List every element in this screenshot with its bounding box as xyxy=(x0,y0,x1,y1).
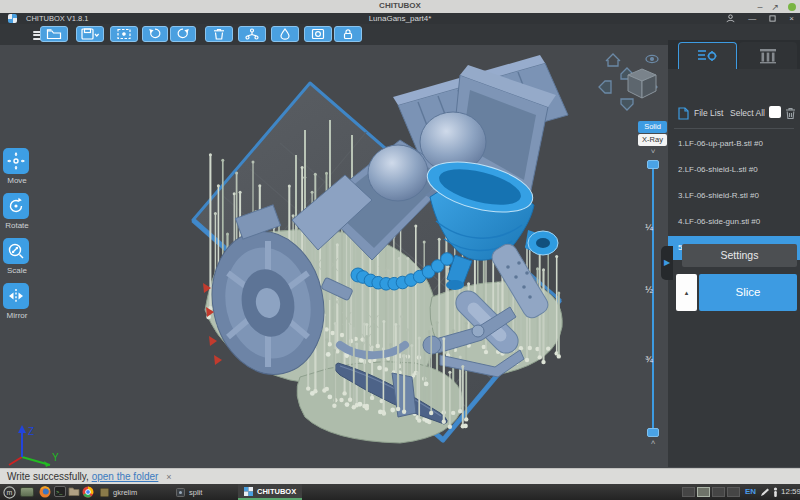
file-row-1[interactable]: 1.LF-06-up-part-B.stl #0 xyxy=(668,132,800,156)
open-folder-icon xyxy=(46,28,62,40)
viewport-canvas[interactable]: Z Y xyxy=(0,45,668,468)
files-icon[interactable] xyxy=(68,486,80,497)
view-navigation-cube[interactable] xyxy=(599,54,658,110)
taskbar-window-chitubox[interactable]: CHITUBOX xyxy=(238,484,302,500)
clone-button[interactable] xyxy=(238,26,266,42)
workspace-1[interactable] xyxy=(682,487,695,497)
tab-support[interactable] xyxy=(739,42,797,69)
mirror-tool-button[interactable] xyxy=(3,283,29,309)
open-file-button[interactable] xyxy=(40,26,68,42)
rotate-down-arrow xyxy=(621,99,633,110)
terminal-icon[interactable]: >_ xyxy=(54,486,66,497)
scale-tool-button[interactable] xyxy=(3,238,29,264)
undo-button[interactable] xyxy=(142,26,168,42)
capture-button[interactable] xyxy=(110,26,138,42)
file-row-4[interactable]: 4.LF-06-side-gun.stl #0 xyxy=(668,210,800,234)
clipping-slider-track[interactable] xyxy=(652,166,654,432)
mint-menu-icon[interactable]: m xyxy=(3,486,16,499)
file-list-header: File List Select All xyxy=(668,104,800,124)
app-close-button[interactable]: × xyxy=(789,14,794,23)
clone-tree-icon xyxy=(244,28,260,40)
document-title: LunaGans_part4* xyxy=(0,14,800,23)
taskbar: m >_ gkrelim split xyxy=(0,484,800,500)
axis-gizmo: Z Y xyxy=(9,425,59,467)
clip-chevron-up[interactable]: ˄ xyxy=(645,438,661,447)
status-bar: Write successfully, open the folder × xyxy=(0,468,800,484)
select-all-checkbox[interactable] xyxy=(769,106,781,118)
select-all-label: Select All xyxy=(730,108,765,118)
solid-view-button[interactable]: Solid xyxy=(638,121,667,133)
panel-collapse-handle[interactable]: ▶ xyxy=(661,246,673,280)
app-restore-button[interactable] xyxy=(769,15,776,22)
split-window-icon xyxy=(176,488,185,497)
panel-tabs xyxy=(668,40,800,69)
chitubox-app-window: CHITUBOX – ↗ CHITUBOX V1.8.1 LunaGans_pa… xyxy=(0,0,800,500)
scale-icon xyxy=(7,242,25,260)
save-button[interactable] xyxy=(76,26,104,42)
slider-three-quarter-label: ¾ xyxy=(640,354,658,364)
tab-print-settings[interactable] xyxy=(678,42,737,69)
support-pillars-icon xyxy=(758,48,778,64)
move-icon xyxy=(7,152,25,170)
rotate-tool-button[interactable] xyxy=(3,193,29,219)
app-titlebar[interactable]: CHITUBOX V1.8.1 LunaGans_part4* — × xyxy=(0,13,800,24)
svg-text:m: m xyxy=(7,489,13,496)
xray-view-button[interactable]: X-Ray xyxy=(638,134,667,146)
hollow-button[interactable] xyxy=(271,26,299,42)
clock: 12:59 xyxy=(781,487,800,496)
scale-tool-label: Scale xyxy=(0,266,34,275)
file-row-3[interactable]: 3.LF-06-shield-R.stl #0 xyxy=(668,184,800,208)
app-minimize-button[interactable]: — xyxy=(748,14,756,23)
rotate-tool-label: Rotate xyxy=(0,221,34,230)
status-dismiss-button[interactable]: × xyxy=(166,472,171,482)
os-titlebar[interactable]: CHITUBOX – ↗ xyxy=(0,0,800,13)
workspace-3[interactable] xyxy=(712,487,725,497)
capture-frame-icon xyxy=(116,28,132,40)
os-minimize-button[interactable]: – xyxy=(757,2,762,12)
taskbar-window-gkrelim[interactable]: gkrelim xyxy=(94,484,143,500)
file-icon xyxy=(678,107,689,120)
pencil-tray-icon[interactable] xyxy=(760,488,770,497)
os-maximize-button[interactable]: ↗ xyxy=(771,2,779,12)
delete-files-trash-icon[interactable] xyxy=(785,107,796,120)
slice-button[interactable]: Slice xyxy=(699,274,797,311)
clip-chevron-down[interactable]: ˅ xyxy=(645,147,661,156)
file-list-separator xyxy=(674,128,794,129)
chrome-icon[interactable] xyxy=(82,486,94,498)
clipping-slider-handle-top[interactable] xyxy=(647,160,659,169)
delete-button[interactable] xyxy=(205,26,233,42)
right-panel: File List Select All 1.LF-06-up-part-B.s… xyxy=(668,40,800,467)
firefox-icon[interactable] xyxy=(39,486,51,498)
lock-button[interactable] xyxy=(334,26,362,42)
user-account-icon[interactable] xyxy=(726,14,735,23)
workspace-2-active[interactable] xyxy=(697,487,710,497)
move-tool-label: Move xyxy=(0,176,34,185)
perspective-eye-icon xyxy=(646,55,658,62)
slider-quarter-label: ¼ xyxy=(640,222,658,232)
open-folder-link[interactable]: open the folder xyxy=(92,471,159,482)
slice-options-button[interactable]: ▴ xyxy=(676,274,697,311)
home-view-icon xyxy=(606,54,620,66)
trash-icon xyxy=(211,28,227,40)
taskbar-window-split[interactable]: split xyxy=(170,484,208,500)
os-close-button[interactable] xyxy=(788,3,796,11)
dig-hole-button[interactable] xyxy=(304,26,332,42)
undo-icon xyxy=(148,28,162,40)
settings-button[interactable]: Settings xyxy=(682,244,797,267)
tray-indicator-icon[interactable] xyxy=(772,487,779,498)
mirror-icon xyxy=(7,287,25,305)
chitubox-window-icon xyxy=(244,487,253,496)
os-window-title: CHITUBOX xyxy=(0,1,800,10)
move-tool-button[interactable] xyxy=(3,148,29,174)
slider-half-label: ½ xyxy=(640,285,658,295)
rotate-icon xyxy=(7,197,25,215)
dig-hole-icon xyxy=(310,28,326,40)
file-row-2[interactable]: 2.LF-06-shield-L.stl #0 xyxy=(668,158,800,182)
clipping-slider-handle-bottom[interactable] xyxy=(647,428,659,437)
show-desktop-icon[interactable] xyxy=(20,487,34,497)
language-indicator[interactable]: EN xyxy=(745,487,756,496)
redo-button[interactable] xyxy=(170,26,196,42)
svg-text:>_: >_ xyxy=(56,489,63,495)
workspace-4[interactable] xyxy=(727,487,740,497)
redo-icon xyxy=(176,28,190,40)
